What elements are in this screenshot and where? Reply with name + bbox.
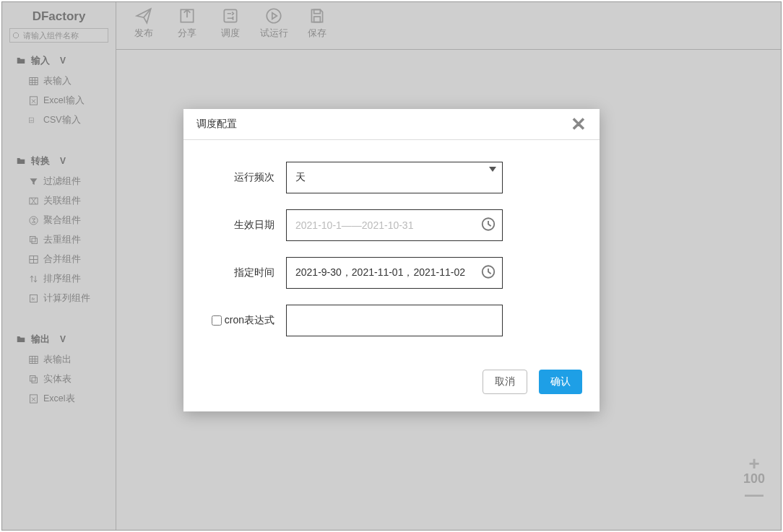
specify-time-input[interactable]: 2021-9-30，2021-11-01，2021-11-02 — [286, 257, 503, 289]
effective-date-input[interactable]: 2021-10-1——2021-10-31 — [286, 209, 503, 241]
cron-label: cron表达式 — [225, 314, 274, 327]
cancel-button[interactable]: 取消 — [483, 370, 527, 394]
cron-checkbox[interactable] — [212, 315, 222, 326]
clock-icon — [480, 264, 496, 282]
frequency-value: 天 — [295, 171, 306, 184]
modal-title: 调度配置 — [196, 118, 237, 131]
confirm-button[interactable]: 确认 — [539, 370, 582, 394]
specify-time-value: 2021-9-30，2021-11-01，2021-11-02 — [295, 266, 465, 279]
cron-input[interactable] — [286, 305, 503, 336]
specify-time-label: 指定时间 — [207, 266, 286, 279]
frequency-select[interactable]: 天 — [286, 162, 503, 193]
dropdown-icon — [489, 172, 496, 183]
clock-icon — [480, 217, 496, 235]
schedule-modal: 调度配置 ✕ 运行频次 天 生效日期 2021-10-1——2021-10-31 — [183, 109, 600, 411]
cron-label-wrap: cron表达式 — [207, 314, 286, 327]
close-icon[interactable]: ✕ — [571, 118, 587, 131]
effective-date-placeholder: 2021-10-1——2021-10-31 — [295, 219, 413, 231]
modal-overlay: 调度配置 ✕ 运行频次 天 生效日期 2021-10-1——2021-10-31 — [2, 2, 781, 530]
effective-date-label: 生效日期 — [207, 219, 286, 232]
frequency-label: 运行频次 — [207, 171, 286, 184]
